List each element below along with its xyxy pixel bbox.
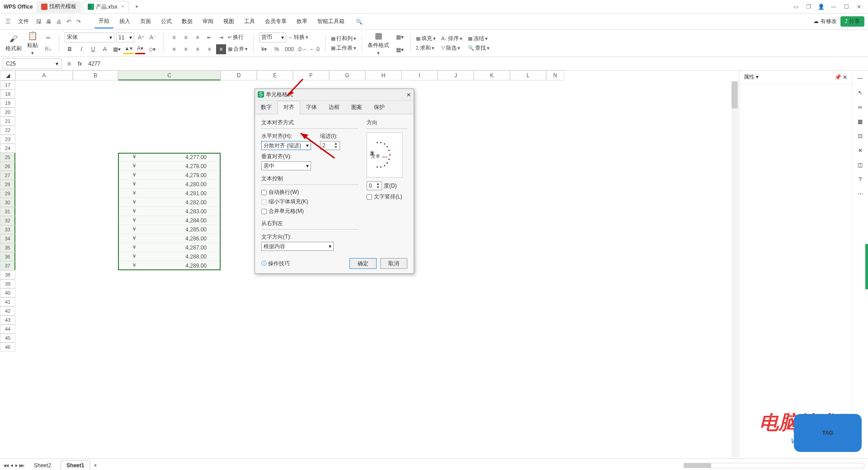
row-header[interactable]: 18 [0,89,15,99]
row-header[interactable]: 34 [0,234,15,243]
data-cell[interactable]: ￥4,282.00 [118,198,221,207]
decrease-font-icon[interactable]: A⁻ [148,33,158,42]
help-icon[interactable]: ? [859,176,862,183]
align-top-icon[interactable]: ≡ [169,33,179,42]
column-header[interactable]: J [438,70,474,80]
strike-button[interactable]: A [100,44,110,54]
column-header[interactable]: I [401,70,438,80]
avatar-icon[interactable]: 👤 [816,1,826,12]
formula-input[interactable]: 4277 [85,61,868,67]
format-brush-button[interactable]: 🖌格式刷 [5,34,22,52]
print-preview-icon[interactable]: 🖨 [54,17,63,26]
tab-document[interactable]: S 产品.xlsx • [83,1,129,13]
tab-efficiency[interactable]: 效率 [292,15,312,28]
copy-icon[interactable]: ⎘▾ [43,44,53,54]
column-header[interactable]: K [474,70,510,80]
dec-inc-icon[interactable]: .0→ [297,44,307,54]
name-box[interactable]: C25▾ [3,58,61,69]
sheet-nav[interactable]: ⏮ ◀ ▶ ⏭ [4,462,24,469]
convert-button[interactable]: ↔转换▾ [288,33,308,42]
tab-formula[interactable]: 公式 [156,15,176,28]
grid-tool-icon[interactable]: ▦ [858,118,863,125]
tips-link[interactable]: ⓘ 操作技巧 [261,260,290,268]
row-header[interactable]: 19 [0,99,15,108]
sheet-tab[interactable]: Sheet2 [28,460,57,470]
ruler-tool-icon[interactable]: ✕ [858,147,863,154]
wrap-button[interactable]: ↵换行 [228,33,244,42]
row-header[interactable]: 41 [0,297,15,306]
cube-icon[interactable]: ❒ [803,1,814,12]
row-header[interactable]: 42 [0,306,15,315]
bold-button[interactable]: B [65,44,75,54]
border-button[interactable]: ▦▾ [112,44,122,54]
print-icon[interactable]: 🖶 [44,17,53,26]
data-cell[interactable]: ￥4,281.00 [118,189,221,198]
row-header[interactable]: 32 [0,216,15,225]
dialog-tab-border[interactable]: 边框 [323,101,345,114]
redo-icon[interactable]: ↷ [74,17,83,26]
indent-dec-icon[interactable]: ⇤ [204,33,214,42]
data-cell[interactable]: ￥4,287.00 [118,243,221,252]
dialog-titlebar[interactable]: S单元格格式 ✕ [255,89,414,101]
fill-color-button[interactable]: ▲▾ [123,44,133,54]
dialog-close-button[interactable]: ✕ [406,92,411,98]
currency-icon[interactable]: ¥▾ [259,44,269,54]
row-header[interactable]: 21 [0,117,15,126]
increase-font-icon[interactable]: A⁺ [136,33,146,42]
percent-icon[interactable]: % [272,44,282,54]
row-header[interactable]: 20 [0,108,15,117]
italic-button[interactable]: I [76,44,86,54]
tab-page[interactable]: 页面 [136,15,156,28]
row-header[interactable]: 36 [0,252,15,261]
comma-icon[interactable]: 000 [284,44,294,54]
row-header[interactable]: 46 [0,343,15,352]
select-all-corner[interactable]: ◢ [0,70,15,80]
align-right-icon[interactable]: ≡ [193,44,203,54]
align-justify-icon[interactable]: ≡ [204,44,214,54]
search-icon[interactable]: 🔍 [354,17,363,26]
tab-template[interactable]: 找稻壳模板 [37,1,81,13]
tab-review[interactable]: 审阅 [198,15,218,28]
row-header[interactable]: 35 [0,243,15,252]
clear-format-icon[interactable]: ◇▾ [147,44,157,54]
indent-inc-icon[interactable]: ⇥ [216,33,226,42]
row-header[interactable]: 29 [0,189,15,198]
panel-icon[interactable]: ▭ [790,1,801,12]
halign-select[interactable]: 分散对齐 (缩进)▾ [261,141,311,150]
align-center-icon[interactable]: ≡ [181,44,191,54]
data-cell[interactable]: ￥4,278.00 [118,162,221,171]
sheet-tab[interactable]: Sheet1 [61,460,90,470]
paste-button[interactable]: 📋粘贴 ▾ [27,31,38,56]
align-left-icon[interactable]: ≡ [169,44,179,54]
filter-button[interactable]: ▽筛选▾ [441,44,462,52]
cond-format-button[interactable]: ▦条件格式▾ [368,31,389,56]
styles-icon[interactable]: ▦▾ [395,32,405,42]
dialog-tab-protect[interactable]: 保护 [368,101,391,114]
tab-tools[interactable]: 工具 [240,15,259,28]
row-header[interactable]: 37 [0,261,15,270]
maximize-button[interactable]: ☐ [841,1,852,12]
data-cell[interactable]: ￥4,283.00 [118,207,221,216]
file-menu[interactable]: 文件 [14,15,33,28]
row-header[interactable]: 17 [0,80,15,89]
cancel-formula-icon[interactable]: ⊗ [64,61,74,67]
data-cell[interactable]: ￥4,279.00 [118,171,221,180]
align-bottom-icon[interactable]: ≡ [193,33,203,42]
align-middle-icon[interactable]: ≡ [181,33,191,42]
row-header[interactable]: 44 [0,324,15,334]
crop-tool-icon[interactable]: ◫ [858,162,863,168]
add-sheet-button[interactable]: + [94,462,97,469]
degree-spinner[interactable]: 0▲▼ [367,181,382,190]
data-cell[interactable]: ￥4,286.00 [118,234,221,243]
close-button[interactable]: ✕ [854,1,864,12]
column-header[interactable]: H [365,70,401,80]
data-cell[interactable]: ￥4,289.00 [118,261,221,270]
wrap-checkbox[interactable]: 自动换行(W) [261,188,359,196]
dec-dec-icon[interactable]: ←.0 [310,44,320,54]
pin-icon[interactable]: 📌 [835,74,841,80]
find-button[interactable]: 🔍查找▾ [468,44,490,52]
sum-button[interactable]: Σ求和▾ [416,44,436,52]
share-button[interactable]: ⤴ 分享 [840,16,864,27]
panel-close-icon[interactable]: ✕ [843,74,847,80]
more-icon[interactable]: ⋯ [858,191,863,197]
